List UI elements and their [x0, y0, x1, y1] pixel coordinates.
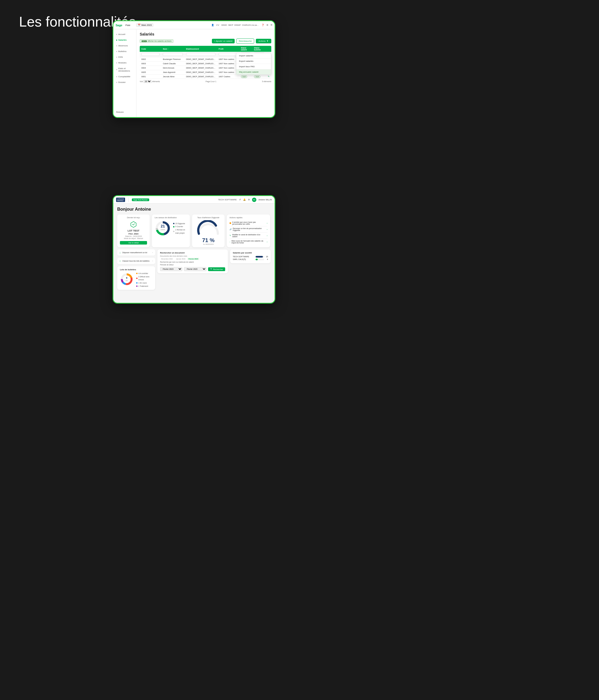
archive-toggle[interactable]: BCN Afficher les salariés archivés	[140, 39, 173, 43]
legend-en-cours: 1 En cours	[136, 281, 152, 285]
user-icon: 👤	[211, 24, 214, 26]
month-tab-jan[interactable]: Janvier 2023	[175, 258, 186, 260]
societe-count-sarl: 4	[265, 258, 268, 260]
action-item-coffre[interactable]: Il semble que vous n'avez pas personnali…	[230, 220, 267, 226]
chevron-right-icon: ›	[267, 228, 267, 231]
action-item-maj-annuaire[interactable]: ↑ Mise à jour de l'annuaire des salariés…	[230, 239, 267, 245]
filter-profil[interactable]	[219, 53, 238, 56]
adhesion-date: Au 06/02/2023	[195, 244, 222, 245]
legend-dot	[136, 278, 138, 279]
sidebar-item-bulletins[interactable]: Bulletins	[113, 49, 136, 54]
period-to-select[interactable]: Février 2023	[184, 267, 206, 271]
dropdown-export-salaries[interactable]: Export salariés	[236, 58, 271, 64]
donut-legend: 15 Digiposte 5 Courrier 1 Remise en main…	[173, 222, 187, 235]
col-statut-bulletin[interactable]: Statut bulletin	[252, 46, 266, 52]
right-column: Salariés par société TECH SOFTWARE 16 SA…	[230, 249, 271, 290]
table-footer: Voir 25 éléments Page 1 sur 1 5 éléments	[140, 80, 271, 83]
manual-item-deposer[interactable]: ↓ Déposer manuellement un lot ›	[117, 249, 155, 256]
filter-code[interactable]	[141, 53, 160, 56]
col-nom[interactable]: Nom ↑	[161, 46, 184, 52]
period-from-select[interactable]: Février 2023	[160, 267, 182, 271]
societe-name-sarl: SARL CALE(Ö)	[233, 258, 255, 260]
logo-box: LA PLACE DIGITALE	[116, 198, 125, 202]
archive-badge: BCN	[142, 41, 147, 42]
sidebar-item-dsn[interactable]: DSN	[113, 54, 136, 60]
col-etablissement[interactable]: Etablissement	[185, 46, 217, 52]
societes-card: Salariés par société TECH SOFTWARE 16 SA…	[230, 249, 271, 263]
actions-button[interactable]: Actions ▼	[256, 39, 271, 43]
month-tabs: Décembre 2022 Janvier 2023 Février 2023	[160, 258, 225, 260]
sidebar-dot	[116, 69, 117, 70]
menu-icon: ☰	[270, 24, 272, 26]
search-title: Rechercher un document	[160, 252, 225, 254]
legend-dot-courrier	[173, 226, 174, 227]
lots-donut: 9 lots	[120, 272, 134, 287]
action-item-renvoyer[interactable]: 🔗 Renvoyer un lien de personnalisation D…	[230, 226, 267, 233]
settings-icon[interactable]: ⚙	[248, 198, 250, 201]
search-button[interactable]: 🔍 Rechercher	[208, 267, 225, 271]
col-statut-salarie[interactable]: Statut salarié	[239, 46, 253, 52]
sort-icon: ↕	[119, 259, 121, 262]
period-from-label: Période de début	[160, 264, 182, 266]
second-cards-row: ↓ Déposer manuellement un lot › ↕ Classe…	[117, 249, 271, 290]
col-profil[interactable]: Profil	[217, 46, 239, 52]
filter-nom[interactable]	[163, 53, 183, 56]
refresh-icon[interactable]: ↺	[239, 198, 241, 201]
societe-sarl: SARL CALE(Ö) 4	[233, 258, 268, 260]
period-from-wrapper: Période de début Février 2023	[160, 264, 182, 271]
sidebar-item-accueil[interactable]: Accueil	[113, 31, 136, 37]
sidebar-reduce[interactable]: Réduire	[113, 109, 137, 115]
settings-icon: ⚙	[266, 24, 268, 26]
search-salarie-label: Recherche par nom ou matricule de salari…	[160, 261, 225, 263]
manual-item-classer[interactable]: ↕ Classer tous les lots de bulletins ›	[117, 258, 155, 264]
search-row: Période de début Février 2023 Février 20…	[160, 264, 225, 271]
legend-traitement: 1 Traitement	[136, 285, 152, 288]
voir-detail-button[interactable]: Voir le détail	[120, 241, 147, 245]
lot-card: Dernier lot reçu LOT TEST Févr. 2023 Sta…	[117, 215, 150, 247]
sidebar-item-salaries[interactable]: Salariés	[113, 37, 136, 43]
actions-dropdown: Import salariés Export salariés Import t…	[236, 53, 271, 75]
month-tab-fev[interactable]: Février 2023	[188, 258, 199, 260]
adhesion-pct: 71 %	[195, 237, 222, 244]
societe-bar-tech	[256, 256, 264, 257]
notification-icon[interactable]: 🔔	[243, 198, 246, 201]
dash-body: Bonjour Antoine Dernier lot reçu LOT TES…	[113, 204, 274, 303]
dropdown-maj-annuaire[interactable]: Maj annuaire salarié	[236, 69, 271, 75]
reembauche-button[interactable]: Réembauche	[236, 39, 254, 44]
sidebar-item-dossier[interactable]: Dossier	[113, 79, 136, 85]
screenshot-salaries: Sage Paie 📅 Mars 2023 👤 CV DEMO_SBCP_DEM…	[113, 20, 275, 118]
period-to-wrapper: Février 2023	[184, 264, 206, 271]
svg-text:9: 9	[126, 277, 127, 279]
search-icon: 🔍	[210, 268, 213, 270]
col-code[interactable]: Code	[140, 46, 161, 52]
sidebar: Accueil Salariés Absences Bulletins DSN …	[113, 29, 137, 117]
left-column: ↓ Déposer manuellement un lot › ↕ Classe…	[117, 249, 155, 290]
societe-bar-fill-sarl	[256, 259, 258, 260]
page-size-select[interactable]: 25	[144, 80, 152, 83]
actions-wrapper: Actions ▼ Import salariés Export salarié…	[256, 39, 271, 43]
sidebar-item-absences[interactable]: Absences	[113, 43, 136, 49]
sidebar-item-etats[interactable]: Etats et déclarations	[113, 66, 136, 74]
filter-etablissement[interactable]	[186, 53, 215, 56]
actions-rapides-card: Actions rapides Il semble que vous n'ave…	[227, 215, 270, 247]
lots-legend: 4 A contrôler 3 Diffusé avec erreurs 1 E…	[136, 272, 152, 288]
month-tab-dec[interactable]: Décembre 2022	[160, 258, 174, 260]
user-name: Antoine VALLIN	[259, 199, 272, 201]
chevron-right-icon: ›	[267, 241, 267, 243]
sidebar-item-modules[interactable]: Modules	[113, 60, 136, 66]
action-item-modifier-canal[interactable]: ✎ Modifier le canal de distribution d'un…	[230, 233, 267, 239]
la-place-logo: LA PLACE DIGITALE	[116, 198, 125, 202]
user-avatar[interactable]: AV	[252, 198, 256, 202]
societe-bar-sarl	[256, 259, 264, 260]
dropdown-import-taux[interactable]: Import taux PAS	[236, 64, 271, 69]
legend-dot	[136, 273, 138, 274]
sidebar-item-comptabilite[interactable]: Comptabilité	[113, 74, 136, 79]
lot-mode: Mode de dépot : Manuel	[120, 238, 147, 240]
lots-card: Lots de bulletins	[117, 266, 155, 290]
nav-period[interactable]: 📅 Mars 2023	[136, 23, 153, 27]
dropdown-import-salaries[interactable]: Import salariés	[236, 53, 271, 58]
sage-logo: Sage	[116, 24, 122, 27]
adhesion-title: Taux d'adhésion Digiposte	[195, 217, 222, 219]
add-salarie-button[interactable]: + Ajouter un salarié	[212, 39, 235, 43]
distribution-title: Les canaux de distribution	[154, 217, 187, 219]
